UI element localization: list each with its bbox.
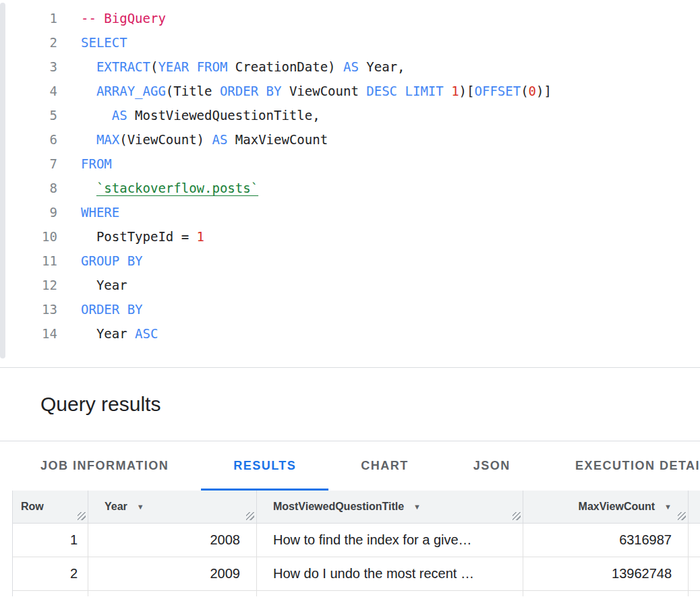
results-table: RowYear▼MostViewedQuestionTitle▼MaxViewC… bbox=[12, 491, 700, 596]
column-resize-handle[interactable] bbox=[678, 512, 686, 520]
column-label: Year bbox=[105, 501, 127, 513]
line-number: 12 bbox=[0, 273, 57, 297]
line-number: 7 bbox=[0, 152, 57, 176]
sort-dropdown-icon[interactable]: ▼ bbox=[664, 503, 672, 511]
code-lines: 1-- BigQuery2SELECT3 EXTRACT(YEAR FROM C… bbox=[0, 6, 700, 346]
query-results-title: Query results bbox=[40, 393, 161, 416]
tab-results[interactable]: RESULTS bbox=[201, 441, 328, 491]
table-cell bbox=[689, 591, 700, 596]
code-text[interactable]: SELECT bbox=[81, 30, 127, 55]
code-text[interactable]: -- BigQuery bbox=[81, 6, 166, 30]
column-header-year[interactable]: Year▼ bbox=[88, 491, 257, 523]
column-header-row: Row bbox=[13, 491, 88, 523]
tab-json[interactable]: JSON bbox=[441, 441, 543, 491]
query-results-header: Query results bbox=[0, 368, 700, 441]
code-line: 11GROUP BY bbox=[0, 249, 700, 273]
table-cell: How do I undo the most recent … bbox=[257, 557, 523, 590]
code-text[interactable]: EXTRACT(YEAR FROM CreationDate) AS Year, bbox=[81, 55, 405, 79]
code-text[interactable]: WHERE bbox=[81, 200, 119, 224]
column-label: MaxViewCount bbox=[579, 501, 655, 513]
code-text[interactable]: MAX(ViewCount) AS MaxViewCount bbox=[81, 127, 328, 152]
line-number: 4 bbox=[0, 79, 57, 103]
tab-execution-details[interactable]: EXECUTION DETAILS bbox=[543, 441, 700, 491]
line-number: 10 bbox=[0, 224, 57, 249]
code-line: 10 PostTypeId = 1 bbox=[0, 224, 700, 249]
column-resize-handle[interactable] bbox=[246, 512, 254, 520]
table-cell: 2008 bbox=[88, 524, 257, 557]
sql-editor: 1-- BigQuery2SELECT3 EXTRACT(YEAR FROM C… bbox=[0, 0, 700, 368]
table-cell bbox=[689, 557, 700, 590]
table-reference-link[interactable]: `stackoverflow.posts` bbox=[96, 181, 258, 195]
editor-scrollbar[interactable] bbox=[0, 3, 5, 358]
code-text[interactable]: AS MostViewedQuestionTitle, bbox=[81, 103, 320, 127]
results-table-body: 12008How to find the index for a give…63… bbox=[13, 524, 700, 596]
line-number: 13 bbox=[0, 297, 57, 321]
line-number: 1 bbox=[0, 6, 57, 30]
code-text[interactable]: ARRAY_AGG(Title ORDER BY ViewCount DESC … bbox=[81, 79, 552, 103]
column-header-mostviewedquestiontitle[interactable]: MostViewedQuestionTitle▼ bbox=[257, 491, 523, 523]
code-line: 2SELECT bbox=[0, 30, 700, 55]
column-header-extra bbox=[689, 491, 700, 523]
table-cell: 6316987 bbox=[523, 524, 689, 557]
line-number: 6 bbox=[0, 127, 57, 152]
tab-job-information[interactable]: JOB INFORMATION bbox=[8, 441, 201, 491]
line-number: 2 bbox=[0, 30, 57, 55]
code-line: 6 MAX(ViewCount) AS MaxViewCount bbox=[0, 127, 700, 152]
table-cell: 2 bbox=[13, 557, 88, 590]
table-row: 12008How to find the index for a give…63… bbox=[13, 524, 700, 557]
table-row-partial bbox=[13, 591, 700, 596]
line-number: 9 bbox=[0, 200, 57, 224]
code-line: 1-- BigQuery bbox=[0, 6, 700, 30]
code-line: 5 AS MostViewedQuestionTitle, bbox=[0, 103, 700, 127]
column-resize-handle[interactable] bbox=[78, 512, 86, 520]
code-line: 14 Year ASC bbox=[0, 321, 700, 346]
code-line: 13ORDER BY bbox=[0, 297, 700, 321]
column-label: Row bbox=[21, 501, 44, 513]
line-number: 11 bbox=[0, 249, 57, 273]
code-text[interactable]: Year bbox=[81, 273, 127, 297]
code-line: 12 Year bbox=[0, 273, 700, 297]
table-cell: 1 bbox=[13, 524, 88, 557]
line-number: 8 bbox=[0, 176, 57, 200]
table-row: 22009How do I undo the most recent …1396… bbox=[13, 557, 700, 591]
code-text[interactable]: `stackoverflow.posts` bbox=[81, 176, 258, 200]
line-number: 5 bbox=[0, 103, 57, 127]
sort-dropdown-icon[interactable]: ▼ bbox=[137, 503, 144, 511]
column-header-maxviewcount[interactable]: MaxViewCount▼ bbox=[523, 491, 689, 523]
sort-dropdown-icon[interactable]: ▼ bbox=[413, 503, 421, 511]
table-cell bbox=[689, 524, 700, 557]
code-line: 3 EXTRACT(YEAR FROM CreationDate) AS Yea… bbox=[0, 55, 700, 79]
table-cell bbox=[13, 591, 88, 596]
table-cell: 2009 bbox=[88, 557, 257, 590]
query-results-panel: Query results JOB INFORMATIONRESULTSCHAR… bbox=[0, 368, 700, 596]
column-label: MostViewedQuestionTitle bbox=[273, 501, 404, 513]
code-line: 7FROM bbox=[0, 152, 700, 176]
table-cell bbox=[523, 591, 689, 596]
code-text[interactable]: ORDER BY bbox=[81, 297, 143, 321]
line-number: 14 bbox=[0, 321, 57, 346]
line-number: 3 bbox=[0, 55, 57, 79]
column-resize-handle[interactable] bbox=[513, 512, 521, 520]
results-table-header: RowYear▼MostViewedQuestionTitle▼MaxViewC… bbox=[13, 491, 700, 524]
code-text[interactable]: Year ASC bbox=[81, 321, 158, 346]
code-text[interactable]: FROM bbox=[81, 152, 112, 176]
table-cell: How to find the index for a give… bbox=[257, 524, 523, 557]
code-text[interactable]: PostTypeId = 1 bbox=[81, 224, 204, 249]
code-line: 8 `stackoverflow.posts` bbox=[0, 176, 700, 200]
code-text[interactable]: GROUP BY bbox=[81, 249, 143, 273]
table-cell bbox=[88, 591, 257, 596]
table-cell: 13962748 bbox=[523, 557, 689, 590]
table-cell bbox=[257, 591, 523, 596]
tab-chart[interactable]: CHART bbox=[328, 441, 441, 491]
code-line: 4 ARRAY_AGG(Title ORDER BY ViewCount DES… bbox=[0, 79, 700, 103]
results-tabbar: JOB INFORMATIONRESULTSCHARTJSONEXECUTION… bbox=[0, 441, 700, 491]
code-line: 9WHERE bbox=[0, 200, 700, 224]
